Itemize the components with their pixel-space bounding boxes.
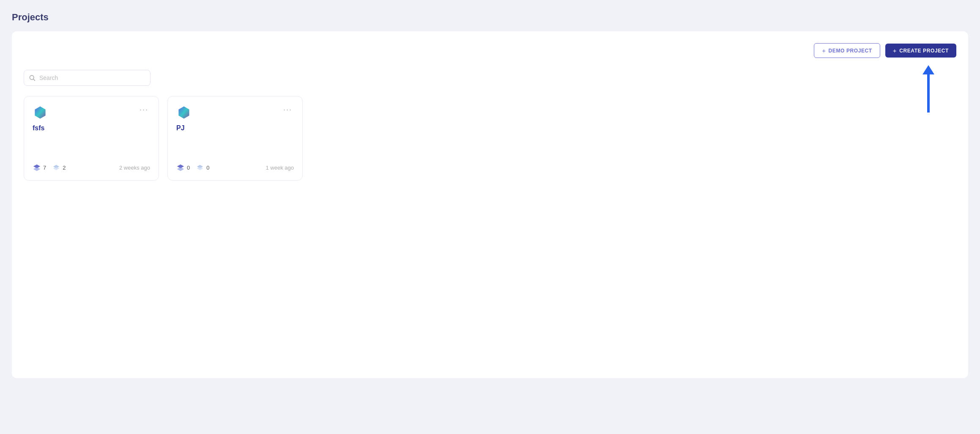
card-bottom: 0 0 1 week ago [176,163,294,172]
create-project-button[interactable]: + CREATE PROJECT [885,44,956,58]
layers-icon [33,163,41,172]
svg-marker-4 [33,167,40,171]
demo-plus-icon: + [822,47,826,54]
layers-stat: 0 [176,163,190,172]
project-hex-icon [176,105,192,120]
project-card[interactable]: ··· PJ 0 0 [167,96,303,181]
stacks-count: 0 [206,165,209,171]
svg-marker-9 [177,167,184,171]
stacks-icon [196,163,204,172]
page-title: Projects [12,12,968,23]
svg-marker-11 [197,167,203,170]
top-bar: + DEMO PROJECT + CREATE PROJECT [24,43,956,58]
arrow-pointer-annotation [923,65,934,113]
svg-line-1 [33,79,35,81]
layers-stat: 7 [33,163,46,172]
search-input[interactable] [24,70,151,86]
project-name: fsfs [33,124,150,132]
search-row [24,70,956,86]
svg-marker-7 [178,107,189,119]
card-top: ··· [33,105,150,120]
layers-count: 7 [43,165,46,171]
project-timestamp: 1 week ago [266,165,294,171]
project-timestamp: 2 weeks ago [119,165,150,171]
demo-project-label: DEMO PROJECT [829,48,872,54]
svg-marker-2 [35,107,45,119]
svg-marker-6 [53,167,60,170]
stacks-stat: 0 [196,163,209,172]
demo-project-button[interactable]: + DEMO PROJECT [814,43,880,58]
project-hex-icon [33,105,48,120]
card-bottom: 7 2 2 weeks ago [33,163,150,172]
search-input-wrapper [24,70,151,86]
create-plus-icon: + [893,47,897,54]
project-name: PJ [176,124,294,132]
projects-grid: ··· fsfs 7 2 [24,96,956,181]
search-icon [29,74,36,81]
stacks-count: 2 [63,165,66,171]
layers-count: 0 [187,165,190,171]
more-options-button[interactable]: ··· [138,105,150,114]
stacks-icon [52,163,60,172]
more-options-button[interactable]: ··· [282,105,294,114]
stacks-stat: 2 [52,163,66,172]
layers-icon [176,163,185,172]
create-project-label: CREATE PROJECT [899,48,949,54]
project-card[interactable]: ··· fsfs 7 2 [24,96,159,181]
card-top: ··· [176,105,294,120]
main-container: + DEMO PROJECT + CREATE PROJECT [12,31,968,378]
